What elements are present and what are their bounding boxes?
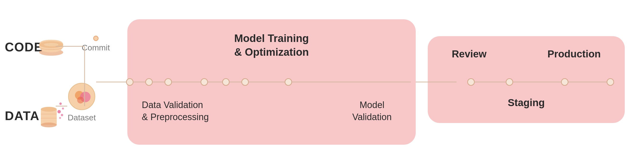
svg-point-8 bbox=[58, 110, 61, 113]
review-label: Review bbox=[452, 48, 486, 60]
code-label: CODE bbox=[5, 40, 34, 54]
staging-label: Staging bbox=[428, 97, 625, 109]
svg-point-2 bbox=[44, 43, 58, 46]
pipeline-top-label: Model Training & Optimization bbox=[127, 31, 416, 59]
svg-point-9 bbox=[61, 114, 63, 116]
dataset-label: Dataset bbox=[68, 113, 96, 122]
data-label: DATA bbox=[5, 109, 34, 123]
commit-label: Commit bbox=[82, 43, 110, 52]
production-label: Production bbox=[548, 48, 601, 60]
pipeline-bottom-right-label: Model Validation bbox=[352, 99, 392, 123]
data-icon bbox=[38, 103, 64, 129]
svg-point-4 bbox=[41, 123, 57, 127]
deploy-box: Review Production Staging bbox=[428, 36, 625, 123]
code-icon bbox=[38, 35, 64, 59]
pipeline-bottom-left-label: Data Validation & Preprocessing bbox=[142, 99, 209, 123]
svg-point-14 bbox=[77, 97, 84, 104]
diagram-container: CODE DATA bbox=[0, 0, 644, 164]
dataset-area: Dataset bbox=[67, 82, 96, 122]
commit-dot bbox=[93, 36, 98, 41]
dataset-circle-icon bbox=[67, 82, 96, 111]
pipeline-box: Model Training & Optimization Data Valid… bbox=[127, 19, 416, 145]
svg-point-10 bbox=[59, 117, 61, 119]
commit-area: Commit bbox=[82, 36, 110, 52]
svg-point-5 bbox=[41, 107, 57, 112]
